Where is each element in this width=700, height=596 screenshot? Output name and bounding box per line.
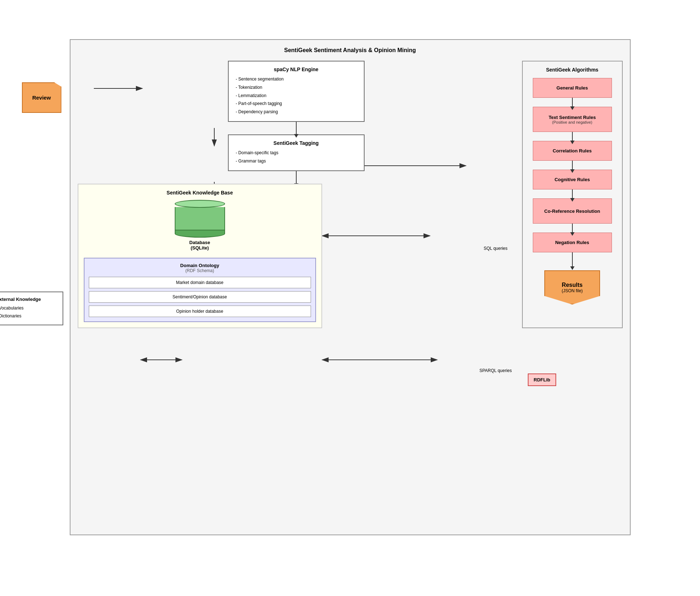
tagging-item-2: - Grammar tags: [236, 157, 357, 165]
arrow-a1: [572, 98, 573, 107]
algorithms-section: SentiGeek Algorithms General Rules Text …: [522, 61, 623, 328]
arrow-tagging-kb: [296, 171, 297, 184]
external-knowledge-box: External Knowledge - Vocabularies - Dict…: [0, 292, 63, 326]
ontology-title: Domain Ontology: [89, 263, 311, 268]
arrow-nlp-tagging: [296, 122, 297, 134]
arrow-a3: [572, 161, 573, 170]
cylinder-top: [175, 200, 225, 208]
nlp-item-4: - Part-of-speech tagging: [236, 100, 357, 108]
nlp-item-1: - Sentence segmentation: [236, 75, 357, 83]
review-label: Review: [32, 95, 51, 101]
sparql-label: SPARQL queries: [479, 368, 512, 373]
tagging-box: SentiGeek Tagging - Domain-specific tags…: [228, 134, 365, 171]
main-diagram-box: SentiGeek Sentiment Analysis & Opinion M…: [70, 39, 631, 535]
algo-negation-label: Negation Rules: [555, 240, 589, 245]
review-box: Review: [22, 82, 61, 113]
algo-text-sentiment: Text Sentiment Rules (Positive and negat…: [533, 107, 612, 132]
results-sublabel: (JSON file): [562, 288, 583, 293]
algo-title: SentiGeek Algorithms: [546, 67, 599, 73]
cylinder-body: [175, 207, 225, 230]
db-label: Database (SQLite): [189, 240, 210, 251]
db-label-text: Database: [189, 240, 210, 245]
sql-label: SQL queries: [484, 246, 507, 251]
middle-row: External Knowledge - Vocabularies - Dict…: [78, 184, 515, 328]
algo-text-sentiment-sub: (Positive and negative): [552, 120, 593, 124]
kb-title: SentiGeek Knowledge Base: [84, 190, 316, 196]
arrow-to-results: [572, 252, 573, 267]
results-box: Results (JSON file): [544, 270, 600, 304]
db-sublabel: (SQLite): [191, 245, 209, 251]
db-item-market: Market domain database: [89, 277, 311, 288]
external-title: External Knowledge: [0, 297, 58, 302]
algo-general-rules: General Rules: [533, 78, 612, 98]
nlp-item-5: - Dependency parsing: [236, 108, 357, 116]
domain-ontology-box: Domain Ontology (RDF Schema) Market doma…: [84, 258, 316, 322]
algo-general-label: General Rules: [557, 85, 588, 91]
algo-coreference-label: Co-Reference Resolution: [544, 208, 600, 214]
cylinder-bottom: [175, 230, 225, 238]
nlp-item-2: - Tokenization: [236, 83, 357, 92]
arrow-a5: [572, 224, 573, 233]
tagging-title: SentiGeek Tagging: [236, 140, 357, 146]
external-items: - Vocabularies - Dictionaries: [0, 304, 58, 321]
algo-text-sentiment-label: Text Sentiment Rules: [549, 115, 596, 120]
db-item-sentiment: Sentiment/Opinion database: [89, 291, 311, 303]
nlp-item-3: - Lemmatization: [236, 92, 357, 100]
left-column: Review spaCy NLP Engine - Sentence segme…: [78, 61, 515, 328]
ontology-subtitle: (RDF Schema): [89, 268, 311, 273]
cylinder-container: [175, 200, 225, 238]
external-item-1: - Vocabularies: [0, 304, 58, 312]
external-item-2: - Dictionaries: [0, 312, 58, 320]
nlp-engine-box: spaCy NLP Engine - Sentence segmentation…: [228, 61, 365, 122]
diagram-body: Review spaCy NLP Engine - Sentence segme…: [78, 61, 623, 328]
database-area: Database (SQLite): [84, 200, 316, 251]
results-label: Results: [562, 282, 583, 288]
outer-container: SentiGeek Sentiment Analysis & Opinion M…: [45, 28, 656, 568]
algo-cognitive-label: Cognitive Rules: [554, 177, 590, 182]
rdflib-box: RDFLib: [528, 373, 556, 386]
diagram-title: SentiGeek Sentiment Analysis & Opinion M…: [78, 47, 623, 54]
algo-correlation-label: Correlation Rules: [553, 148, 591, 153]
tagging-item-1: - Domain-specific tags: [236, 149, 357, 157]
algo-coreference: Co-Reference Resolution: [533, 198, 612, 224]
knowledge-base-box: SentiGeek Knowledge Base Data: [78, 184, 322, 328]
tagging-items: - Domain-specific tags - Grammar tags: [236, 149, 357, 165]
db-item-opinion: Opinion holder database: [89, 306, 311, 317]
nlp-items: - Sentence segmentation - Tokenization -…: [236, 75, 357, 116]
arrow-a2: [572, 132, 573, 141]
arrow-a4: [572, 189, 573, 198]
nlp-title: spaCy NLP Engine: [236, 67, 357, 72]
